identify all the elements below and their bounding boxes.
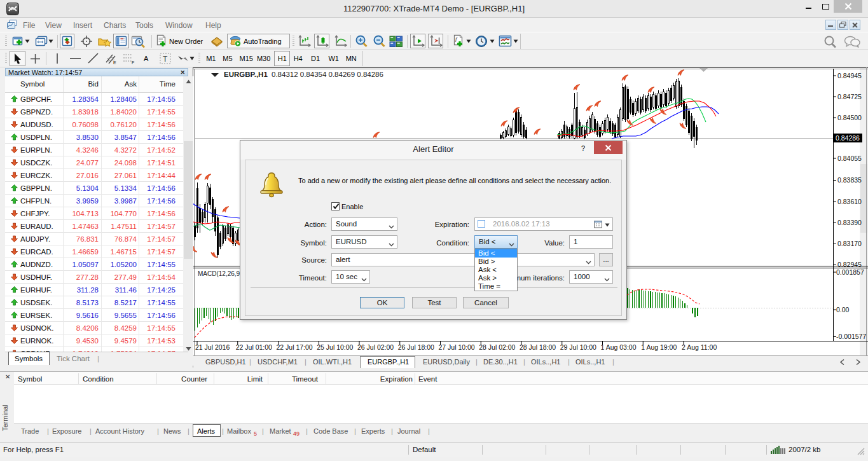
svg-text:0.83390: 0.83390 <box>837 219 862 226</box>
svg-text:0.84312 0.84354 0.84269 0.8428: 0.84312 0.84354 0.84269 0.84286 <box>272 71 383 78</box>
svg-text:26 Jul 18:00: 26 Jul 18:00 <box>398 343 434 351</box>
svg-text:0.84725: 0.84725 <box>837 93 862 100</box>
svg-text:0.00: 0.00 <box>836 306 850 313</box>
svg-text:0.84500: 0.84500 <box>837 114 862 121</box>
svg-text:22 Jul 01:00: 22 Jul 01:00 <box>236 343 272 351</box>
svg-text:-0.001577: -0.001577 <box>836 333 866 340</box>
svg-text:0.84055: 0.84055 <box>837 155 862 162</box>
svg-text:MACD(12,26,9): MACD(12,26,9) <box>198 270 242 277</box>
svg-text:29 Jul 10:00: 29 Jul 10:00 <box>560 343 596 351</box>
svg-text:1 Aug 19:00: 1 Aug 19:00 <box>641 343 677 351</box>
svg-text:0.84286: 0.84286 <box>836 134 860 142</box>
svg-text:28 Jul 18:00: 28 Jul 18:00 <box>520 343 556 351</box>
svg-text:E: E <box>113 60 116 65</box>
svg-text:EURGBP.,H1: EURGBP.,H1 <box>224 71 268 78</box>
svg-text:0.83835: 0.83835 <box>837 176 862 184</box>
svg-text:0.82945: 0.82945 <box>837 261 862 268</box>
svg-text:26 Jul 02:00: 26 Jul 02:00 <box>357 343 394 351</box>
svg-text:21 Jul 2016: 21 Jul 2016 <box>195 343 230 351</box>
svg-text:1 Aug 03:00: 1 Aug 03:00 <box>601 343 637 351</box>
svg-text:0.001857: 0.001857 <box>836 268 864 276</box>
svg-text:0.83610: 0.83610 <box>837 198 862 205</box>
svg-text:F: F <box>132 60 134 65</box>
svg-text:0.83170: 0.83170 <box>837 240 862 247</box>
svg-text:T: T <box>163 55 168 64</box>
svg-text:2 Aug 11:00: 2 Aug 11:00 <box>682 343 717 351</box>
svg-text:28 Jul 02:00: 28 Jul 02:00 <box>479 343 515 351</box>
svg-text:25 Jul 10:00: 25 Jul 10:00 <box>317 343 353 351</box>
svg-text:0.84945: 0.84945 <box>837 72 862 79</box>
svg-text:27 Jul 10:00: 27 Jul 10:00 <box>439 343 475 351</box>
svg-text:22 Jul 17:00: 22 Jul 17:00 <box>277 343 313 351</box>
